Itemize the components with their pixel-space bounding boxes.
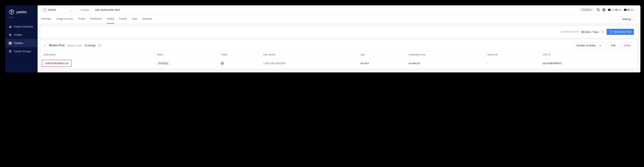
- chevron-down-icon: ⌄: [632, 18, 634, 20]
- star-icon[interactable]: [602, 8, 606, 11]
- num-nodes-label: Number of nodes: [574, 42, 598, 48]
- pool-name: Worker-Pool: [49, 44, 64, 47]
- sidebar-item-clusters[interactable]: Clusters: [5, 39, 38, 47]
- svg-rect-0: [9, 27, 10, 28]
- pool-header: Worker-Pool Instance Type: t3.2xlarge i …: [41, 40, 637, 51]
- sidebar-item-cluster-groups[interactable]: Cluster Groups: [5, 47, 38, 55]
- tab-backups[interactable]: Backups: [143, 14, 152, 24]
- number-of-nodes-control: Number of nodes: [574, 42, 606, 48]
- plus-icon: +: [610, 30, 612, 33]
- node-name-highlighted: i-0341674fc5bbcc12e: [42, 60, 72, 67]
- topbar: Default ⌄ / Clusters / aws-autoscaler-te…: [38, 5, 640, 14]
- sidebar-item-label: Clusters: [14, 42, 23, 44]
- content-area: ESTIMATED RATE $0.3411 / hour i + New No…: [38, 24, 640, 72]
- tab-usage-costs[interactable]: Usage & Costs: [56, 14, 73, 24]
- col-subnet: Subnet ID: [485, 51, 540, 58]
- node-pool-card: Worker-Pool Instance Type: t3.2xlarge i …: [41, 40, 637, 68]
- breadcrumb-current: aws-autoscaler-test: [95, 8, 120, 11]
- col-node-name: Node Name: [41, 51, 154, 58]
- project-icon: [43, 8, 46, 11]
- app-shell: palette 3.4.75 Project Overview Profiles…: [5, 5, 640, 72]
- svg-point-8: [9, 52, 10, 52]
- edit-button[interactable]: Edit: [608, 42, 618, 48]
- info-icon[interactable]: i: [601, 30, 604, 33]
- main-content: Default ⌄ / Clusters / aws-autoscaler-te…: [38, 5, 640, 72]
- user-avatar[interactable]: ⌄: [608, 8, 637, 12]
- table-row[interactable]: i-0341674fc5bbcc12e Running ✓ 1.26.4-eks…: [41, 58, 637, 68]
- tabs: Overview Usage & Costs Profile Workloads…: [38, 14, 640, 24]
- health-check-icon: ✓: [221, 62, 224, 65]
- clusters-icon: [8, 41, 12, 45]
- svg-rect-4: [9, 43, 12, 43]
- col-k8s: K8s Version: [260, 51, 358, 58]
- sidebar-item-label: Profiles: [14, 33, 22, 36]
- new-pool-label: New Node Pool: [614, 30, 631, 33]
- logo: palette: [5, 9, 38, 16]
- svg-point-9: [10, 52, 11, 52]
- tab-nodes[interactable]: Nodes: [107, 14, 114, 24]
- settings-label: Settings: [622, 18, 631, 20]
- az-value: us-east-2c: [406, 58, 485, 68]
- pool-actions: Number of nodes Edit Delete: [574, 42, 634, 48]
- new-node-pool-button[interactable]: + New Node Pool: [606, 29, 634, 35]
- instance-type-value: t3.2xlarge: [85, 44, 96, 47]
- col-vpc: VPC ID: [540, 51, 631, 58]
- chat-icon[interactable]: [596, 8, 600, 12]
- col-status: Status: [154, 51, 218, 58]
- tab-workloads[interactable]: Workloads: [90, 14, 102, 24]
- svg-rect-2: [11, 25, 11, 28]
- project-selector[interactable]: Default ⌄: [41, 7, 75, 12]
- rate-value: $0.3411 / hour: [581, 30, 599, 33]
- rate-bar: ESTIMATED RATE $0.3411 / hour i + New No…: [41, 26, 637, 37]
- svg-rect-5: [9, 44, 12, 44]
- tab-scan[interactable]: Scan: [132, 14, 138, 24]
- layers-icon: [8, 33, 12, 36]
- nodes-table: Node Name Status Health K8s Version Age …: [41, 51, 637, 68]
- palette-logo-icon: [8, 9, 15, 15]
- status-badge: Running: [157, 61, 170, 65]
- subnet-value: -: [485, 58, 540, 68]
- instance-type-label: Instance Type:: [67, 44, 82, 47]
- topbar-right: 0/100kCh ⌄: [580, 8, 637, 12]
- sidebar-item-label: Cluster Groups: [14, 50, 31, 53]
- k8s-version-link[interactable]: 1.26.4-eks-0a21954: [263, 62, 286, 65]
- sidebar-item-profiles[interactable]: Profiles: [5, 31, 38, 39]
- version-text: 3.4.75: [5, 16, 38, 22]
- chevron-down-icon[interactable]: [44, 44, 46, 46]
- sidebar-item-project-overview[interactable]: Project Overview: [5, 22, 38, 31]
- project-name: Default: [48, 8, 56, 11]
- breadcrumb-parent[interactable]: Clusters: [80, 8, 89, 11]
- bar-chart-icon: [8, 25, 12, 28]
- age-value: an hour: [358, 58, 406, 68]
- breadcrumb-separator: /: [92, 8, 92, 11]
- svg-point-7: [10, 50, 11, 51]
- info-icon[interactable]: i: [98, 44, 101, 47]
- vpc-value: vpc-0c8b3458f7f...: [540, 58, 631, 68]
- tab-events[interactable]: Events: [119, 14, 127, 24]
- chevron-down-icon: ⌄: [635, 8, 637, 12]
- breadcrumb-separator: /: [77, 8, 78, 11]
- usage-pill: 0/100kCh: [580, 8, 594, 12]
- delete-button[interactable]: Delete: [621, 42, 634, 48]
- svg-rect-1: [10, 26, 10, 28]
- tab-profile[interactable]: Profile: [78, 14, 85, 24]
- svg-point-6: [9, 50, 10, 51]
- cluster-groups-icon: [8, 50, 12, 53]
- num-nodes-input[interactable]: [598, 42, 606, 48]
- sidebar: palette 3.4.75 Project Overview Profiles…: [5, 5, 38, 72]
- col-age: Age: [358, 51, 406, 58]
- col-az: Availability Zone: [406, 51, 485, 58]
- col-health: Health: [218, 51, 260, 58]
- logo-text: palette: [16, 10, 27, 14]
- sidebar-item-label: Project Overview: [14, 25, 33, 28]
- rate-label: ESTIMATED RATE: [561, 31, 579, 33]
- chevron-right-icon[interactable]: ›: [634, 62, 635, 65]
- svg-rect-3: [9, 42, 12, 42]
- chevron-down-icon: ⌄: [70, 8, 72, 11]
- tab-overview[interactable]: Overview: [41, 14, 51, 24]
- settings-button[interactable]: Settings ⌄: [620, 16, 637, 22]
